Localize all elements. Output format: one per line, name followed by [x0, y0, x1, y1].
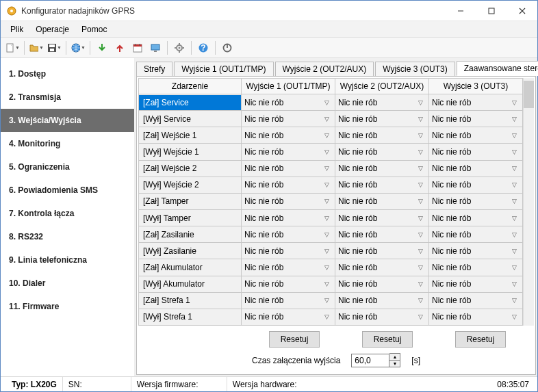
action-combo-out3[interactable]: Nic nie rób▽: [429, 211, 522, 225]
sidebar-item-7[interactable]: 8. RS232: [1, 225, 134, 248]
action-combo-out1[interactable]: Nic nie rób▽: [242, 228, 335, 241]
action-combo-out2[interactable]: Nic nie rób▽: [335, 277, 428, 291]
action-combo-out3[interactable]: Nic nie rób▽: [429, 145, 522, 159]
action-combo-out1[interactable]: Nic nie rób▽: [242, 293, 335, 307]
activation-time-input[interactable]: [351, 354, 389, 367]
calendar-icon[interactable]: [130, 40, 145, 55]
grid-scrollbar[interactable]: [523, 78, 534, 326]
action-combo-out3[interactable]: Nic nie rób▽: [429, 310, 522, 324]
sidebar-item-6[interactable]: 7. Kontrola łącza: [1, 202, 134, 225]
event-cell[interactable]: [Zał] Strefa 1: [139, 293, 241, 308]
col-out2[interactable]: Wyjście 2 (OUT2/AUX): [335, 79, 429, 94]
action-combo-out1[interactable]: Nic nie rób▽: [242, 145, 335, 159]
event-cell[interactable]: [Zał] Tamper: [139, 194, 241, 209]
monitor-icon[interactable]: [148, 40, 163, 55]
tab-2[interactable]: Wyjście 2 (OUT2/AUX): [275, 62, 374, 76]
sidebar-item-4[interactable]: 5. Ograniczenia: [1, 155, 134, 179]
col-event[interactable]: Zdarzenie: [139, 79, 242, 94]
action-combo-out1[interactable]: Nic nie rób▽: [242, 96, 335, 109]
combo-text: Nic nie rób: [244, 279, 321, 289]
action-combo-out2[interactable]: Nic nie rób▽: [335, 211, 428, 225]
event-cell[interactable]: [Zał] Wejście 2: [139, 161, 241, 176]
event-cell[interactable]: [Zał] Akumulator: [139, 260, 241, 275]
action-combo-out1[interactable]: Nic nie rób▽: [242, 277, 335, 291]
power-icon[interactable]: [220, 40, 235, 55]
close-button[interactable]: [507, 1, 537, 21]
tab-3[interactable]: Wyjście 3 (OUT3): [375, 62, 455, 76]
sidebar-item-9[interactable]: 10. Dialer: [1, 272, 134, 295]
action-combo-out3[interactable]: Nic nie rób▽: [429, 96, 522, 109]
sidebar-item-0[interactable]: 1. Dostęp: [1, 62, 134, 86]
action-combo-out2[interactable]: Nic nie rób▽: [335, 261, 428, 274]
event-cell[interactable]: [Wył] Service: [139, 112, 241, 127]
event-cell[interactable]: [Wył] Zasilanie: [139, 244, 241, 259]
action-combo-out1[interactable]: Nic nie rób▽: [242, 194, 335, 208]
sidebar-item-10[interactable]: 11. Firmware: [1, 295, 134, 318]
gear-icon[interactable]: [172, 40, 187, 55]
action-combo-out2[interactable]: Nic nie rób▽: [335, 244, 428, 258]
action-combo-out3[interactable]: Nic nie rób▽: [429, 129, 522, 142]
event-cell[interactable]: [Wył] Tamper: [139, 211, 241, 226]
action-combo-out3[interactable]: Nic nie rób▽: [429, 293, 522, 307]
sidebar-item-8[interactable]: 9. Linia telefoniczna: [1, 248, 134, 272]
globe-icon[interactable]: ▼: [71, 40, 86, 55]
menu-operations[interactable]: Operacje: [30, 23, 75, 36]
activation-time-spinner[interactable]: ▲▼: [389, 353, 400, 367]
action-combo-out1[interactable]: Nic nie rób▽: [242, 211, 335, 225]
action-combo-out2[interactable]: Nic nie rób▽: [335, 310, 428, 324]
event-cell[interactable]: [Zał] Zasilanie: [139, 227, 241, 242]
action-combo-out1[interactable]: Nic nie rób▽: [242, 261, 335, 274]
reset-out1-button[interactable]: Resetuj: [269, 331, 320, 348]
minimize-button[interactable]: [445, 1, 476, 21]
action-combo-out3[interactable]: Nic nie rób▽: [429, 228, 522, 241]
action-combo-out3[interactable]: Nic nie rób▽: [429, 112, 522, 126]
action-combo-out3[interactable]: Nic nie rób▽: [429, 277, 522, 291]
reset-out2-button[interactable]: Resetuj: [362, 331, 413, 348]
save-icon[interactable]: ▼: [47, 40, 62, 55]
download-icon[interactable]: [94, 40, 110, 55]
sidebar-item-1[interactable]: 2. Transmisja: [1, 86, 134, 109]
tab-0[interactable]: Strefy: [136, 62, 172, 76]
sidebar-item-5[interactable]: 6. Powiadomienia SMS: [1, 179, 134, 202]
action-combo-out2[interactable]: Nic nie rób▽: [335, 129, 428, 142]
col-out1[interactable]: Wyjście 1 (OUT1/TMP): [242, 79, 335, 94]
event-cell[interactable]: [Zał] Service: [139, 95, 241, 110]
action-combo-out2[interactable]: Nic nie rób▽: [335, 228, 428, 241]
open-folder-icon[interactable]: ▼: [29, 40, 44, 55]
new-file-icon[interactable]: ▼: [5, 40, 20, 55]
action-combo-out2[interactable]: Nic nie rób▽: [335, 293, 428, 307]
action-combo-out2[interactable]: Nic nie rób▽: [335, 194, 428, 208]
action-combo-out3[interactable]: Nic nie rób▽: [429, 161, 522, 175]
event-cell[interactable]: [Wył] Wejście 1: [139, 144, 241, 159]
action-combo-out3[interactable]: Nic nie rób▽: [429, 178, 522, 192]
action-combo-out1[interactable]: Nic nie rób▽: [242, 112, 335, 126]
col-out3[interactable]: Wyjście 3 (OUT3): [429, 79, 523, 94]
action-combo-out2[interactable]: Nic nie rób▽: [335, 112, 428, 126]
sidebar-item-3[interactable]: 4. Monitoring: [1, 132, 134, 155]
action-combo-out1[interactable]: Nic nie rób▽: [242, 161, 335, 175]
action-combo-out1[interactable]: Nic nie rób▽: [242, 178, 335, 192]
help-icon[interactable]: ?: [196, 40, 211, 55]
action-combo-out3[interactable]: Nic nie rób▽: [429, 261, 522, 274]
event-cell[interactable]: [Wył] Wejście 2: [139, 177, 241, 192]
event-cell[interactable]: [Wył] Akumulator: [139, 276, 241, 291]
reset-out3-button[interactable]: Resetuj: [455, 331, 507, 348]
tab-1[interactable]: Wyjście 1 (OUT1/TMP): [174, 62, 273, 76]
action-combo-out2[interactable]: Nic nie rób▽: [335, 161, 428, 175]
action-combo-out3[interactable]: Nic nie rób▽: [429, 194, 522, 208]
upload-icon[interactable]: [112, 40, 127, 55]
action-combo-out1[interactable]: Nic nie rób▽: [242, 310, 335, 324]
event-cell[interactable]: [Zał] Wejście 1: [139, 128, 241, 143]
maximize-button[interactable]: [476, 1, 507, 21]
event-cell[interactable]: [Wył] Strefa 1: [139, 309, 241, 324]
action-combo-out2[interactable]: Nic nie rób▽: [335, 145, 428, 159]
action-combo-out1[interactable]: Nic nie rób▽: [242, 129, 335, 142]
action-combo-out2[interactable]: Nic nie rób▽: [335, 96, 428, 109]
action-combo-out3[interactable]: Nic nie rób▽: [429, 244, 522, 258]
tab-4[interactable]: Zaawansowane sterowanie wyjściami: [457, 61, 538, 76]
sidebar-item-2[interactable]: 3. Wejścia/Wyjścia: [1, 109, 134, 132]
action-combo-out1[interactable]: Nic nie rób▽: [242, 244, 335, 258]
action-combo-out2[interactable]: Nic nie rób▽: [335, 178, 428, 192]
menu-help[interactable]: Pomoc: [76, 23, 112, 36]
menu-file[interactable]: Plik: [5, 23, 29, 36]
